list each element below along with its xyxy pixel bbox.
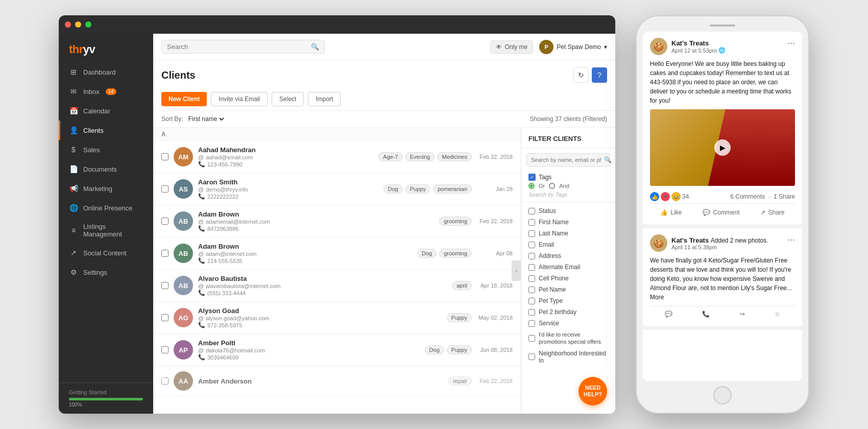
maximize-btn[interactable] — [85, 21, 91, 28]
table-row[interactable]: AB Alvaro Bautista @ alavarobautista@int… — [153, 270, 521, 302]
firstname-checkbox[interactable] — [528, 219, 535, 226]
neighborhood-checkbox[interactable] — [528, 353, 535, 360]
client-info: Alvaro Bautista @ alavarobautista@intern… — [198, 275, 447, 296]
fb-post-1: 🍪 Kat's Treats April 12 at 5:53pm 🌐 ··· … — [643, 32, 802, 228]
sidebar-item-clients[interactable]: 👤 Clients — [59, 121, 153, 140]
tag-pill: grooming — [439, 217, 472, 226]
client-phone: 📞 214-555-5535 — [198, 257, 412, 264]
client-info: Aaron Smith @ demo@thryv.info 📞 22222222… — [198, 178, 378, 200]
client-checkbox[interactable] — [161, 218, 168, 225]
client-info: Adam Brown @ adamemail@internet.com 📞 84… — [198, 210, 434, 232]
sidebar-item-calendar[interactable]: 📅 Calendar — [59, 101, 153, 121]
table-row[interactable]: AS Aaron Smith @ demo@thryv.info 📞 22222… — [153, 173, 521, 205]
client-tags: april — [452, 281, 472, 290]
pet-type-checkbox[interactable] — [528, 298, 535, 304]
client-phone: 📞 (555) 333-4444 — [198, 290, 447, 296]
client-checkbox[interactable] — [161, 314, 168, 321]
cell-phone-checkbox[interactable] — [528, 275, 535, 282]
client-checkbox[interactable] — [161, 282, 168, 289]
service-checkbox[interactable] — [528, 320, 535, 327]
sidebar-item-documents[interactable]: 📄 Documents — [59, 159, 153, 179]
tags-checkbox[interactable]: ✓ — [528, 174, 536, 181]
only-me-button[interactable]: 👁 Only me — [490, 40, 534, 54]
user-menu[interactable]: P Pet Spaw Demo ▾ — [539, 40, 607, 54]
sidebar-item-inbox[interactable]: ✉ Inbox 14 — [59, 82, 153, 101]
progress-bar-fill — [69, 398, 143, 400]
filter-search-input[interactable] — [531, 157, 601, 163]
pet2-bday-checkbox[interactable] — [528, 309, 535, 316]
lastname-label: Last Name — [539, 230, 568, 237]
comment-button[interactable]: 💬 Comment — [698, 207, 743, 218]
lastname-checkbox[interactable] — [528, 230, 535, 237]
table-row[interactable]: AG Alyson Goad @ alyson.goad@yahoo.com 📞… — [153, 302, 521, 334]
client-checkbox[interactable] — [161, 153, 168, 160]
client-phone: 📞 3039464609 — [198, 354, 420, 361]
sort-bar: Sort By: First name Last name Date Showi… — [153, 111, 615, 128]
table-row[interactable]: AM Aahad Mahendran @ aahad@email.com 📞 1… — [153, 141, 521, 173]
and-radio[interactable] — [549, 183, 555, 189]
phone-button[interactable]: 📞 — [698, 308, 714, 320]
pet2-bday-label: Pet 2 birthday — [539, 308, 576, 316]
expand-filter-button[interactable]: › — [512, 260, 521, 281]
or-radio[interactable] — [528, 183, 535, 189]
toolbar: New Client Invite via Email Select Impor… — [153, 88, 615, 111]
list-icon: ≡ — [69, 226, 78, 235]
client-phone: 📞 972-358-5975 — [198, 322, 442, 328]
sidebar-item-social[interactable]: ↗ Social Content — [59, 243, 153, 263]
sidebar-item-listings[interactable]: ≡ Listings Management — [59, 218, 153, 243]
import-button[interactable]: Import — [308, 92, 341, 106]
search-box[interactable]: 🔍 — [161, 40, 325, 54]
like-button[interactable]: 👍 Like — [656, 207, 686, 218]
status-checkbox[interactable] — [528, 208, 535, 214]
table-row[interactable]: AP Amber Poltl @ dakota76@hotmail.com 📞 … — [153, 334, 521, 366]
forward-button[interactable]: ↪ — [736, 308, 749, 320]
refresh-button[interactable]: ↻ — [573, 67, 589, 83]
play-icon[interactable]: ▶ — [714, 139, 731, 156]
address-checkbox[interactable] — [528, 253, 535, 259]
like-icon: 👍 — [650, 192, 659, 201]
table-row[interactable]: AB Adam Brown @ adamemail@internet.com 📞… — [153, 205, 521, 237]
close-btn[interactable] — [65, 21, 71, 28]
client-checkbox[interactable] — [161, 346, 168, 353]
filter-search[interactable]: 🔍 — [526, 153, 610, 166]
new-client-button[interactable]: New Client — [161, 92, 207, 106]
fb-more-button[interactable]: ··· — [787, 38, 795, 49]
filter-checkboxes: Status First Name Last Name — [521, 202, 615, 369]
table-row[interactable]: AB Adam Brown @ adam@internet.com 📞 214-… — [153, 237, 521, 270]
phone-home-button[interactable] — [713, 386, 732, 404]
filter-title: FILTER CLIENTS — [521, 128, 615, 148]
need-help-button[interactable]: NEEDHELP? — [578, 377, 607, 406]
client-name: Amber Anderson — [198, 377, 443, 385]
client-email: @ alavarobautista@internet.com — [198, 283, 447, 289]
client-checkbox[interactable] — [161, 185, 168, 193]
messenger-button[interactable]: 💬 — [661, 308, 677, 320]
sidebar-item-marketing[interactable]: 📢 Marketing — [59, 179, 153, 198]
sidebar-item-sales[interactable]: $ Sales — [59, 140, 153, 159]
tag-pill: Dog — [417, 249, 437, 258]
help-icon-button[interactable]: ? — [592, 67, 607, 83]
client-checkbox[interactable] — [161, 250, 168, 257]
thumbs-up-icon: 👍 — [660, 209, 668, 216]
getting-started-label: Getting Started — [69, 389, 143, 395]
table-row[interactable]: AA Amber Anderson repair Feb 22, 2018 — [153, 366, 521, 396]
tag-pill: Dog — [383, 184, 403, 194]
share-button[interactable]: ↗ Share — [756, 207, 788, 218]
sidebar-item-settings[interactable]: ⚙ Settings — [59, 263, 153, 282]
sort-select[interactable]: First name Last name Date — [186, 115, 226, 123]
sidebar-item-dashboard[interactable]: ⊞ Dashboard — [59, 62, 153, 82]
email-checkbox[interactable] — [528, 242, 535, 248]
invite-button[interactable]: Invite via Email — [211, 92, 268, 106]
alt-email-checkbox[interactable] — [528, 264, 535, 271]
promotions-checkbox[interactable] — [528, 335, 535, 342]
pet-name-checkbox[interactable] — [528, 287, 535, 293]
sidebar-item-online-presence[interactable]: 🌐 Online Presence — [59, 198, 153, 218]
select-button[interactable]: Select — [272, 92, 304, 106]
minimize-btn[interactable] — [75, 21, 81, 28]
clients-list: A AM Aahad Mahendran @ aahad@email.com — [153, 128, 521, 414]
client-checkbox[interactable] — [161, 377, 168, 385]
fb-post-text: Hello Everyone! We are busy little bees … — [650, 59, 795, 105]
client-date: May 02, 2018 — [477, 315, 513, 321]
search-input[interactable] — [167, 43, 308, 51]
fb-more2-button[interactable]: ··· — [787, 234, 795, 245]
bookmark-button[interactable]: ☆ — [770, 308, 784, 320]
